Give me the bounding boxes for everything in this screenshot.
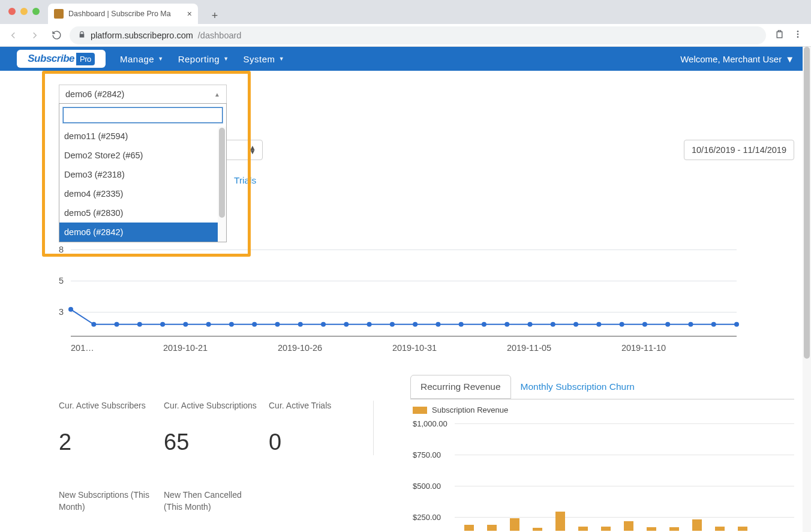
dropdown-option[interactable]: demo5 (#2830) [59,203,226,223]
brand-logo[interactable]: SubscribePro [17,50,106,68]
revenue-bar [738,527,747,531]
svg-point-31 [688,322,693,327]
rev-y-tick: $1,000.00 [413,419,447,428]
svg-point-3 [797,36,799,38]
revenue-bars [464,441,794,531]
browser-window: Dashboard | Subscribe Pro Ma × + platfor… [0,0,811,532]
date-range-picker[interactable]: 10/16/2019 - 11/14/2019 [684,140,794,160]
revenue-tabs: Recurring Revenue Monthly Subscription C… [410,375,644,399]
caret-down-icon: ▼ [279,56,284,62]
environment-dropdown-panel: demo11 (#2594) Demo2 Store2 (#65) Demo3 … [59,103,227,242]
stepper-icon: ▲▼ [249,146,256,154]
revenue-bar [692,519,702,531]
browser-tab[interactable]: Dashboard | Subscribe Pro Ma × [48,4,198,24]
gridline [455,423,794,424]
select-caret-up-icon: ▲ [214,91,220,98]
svg-point-14 [298,322,303,327]
url-path: /dashboard [198,31,242,40]
dropdown-option[interactable]: Demo3 (#2318) [59,165,226,184]
caret-down-icon: ▼ [785,54,794,64]
stats-row: Cur. Active Subscribers 2 Cur. Active Su… [59,401,374,455]
browser-menu-icon[interactable] [793,29,803,41]
svg-point-30 [665,322,670,327]
dropdown-options: demo11 (#2594) Demo2 Store2 (#65) Demo3 … [59,127,226,242]
svg-point-11 [229,322,234,327]
stat-active-subscriptions: Cur. Active Subscriptions 65 [164,401,269,455]
dropdown-search-wrap [59,104,226,127]
revenue-legend: Subscription Revenue [413,405,794,414]
maximize-window-icon[interactable] [32,8,40,15]
user-menu[interactable]: Welcome, Merchant User▼ [680,54,794,64]
svg-point-9 [183,322,188,327]
tab-monthly-churn[interactable]: Monthly Subscription Churn [511,375,644,399]
y-tick-label: 8 [59,245,64,254]
svg-point-32 [711,322,716,327]
stat-active-subscribers: Cur. Active Subscribers 2 [59,401,164,455]
address-bar[interactable]: platform.subscribepro.com/dashboard [70,26,766,44]
revenue-bar [647,527,656,531]
back-button[interactable] [5,27,22,44]
x-axis [71,336,737,336]
svg-point-20 [435,322,440,327]
nav-manage[interactable]: Manage▼ [120,54,164,64]
x-tick-label: 2019-10-21 [163,343,208,353]
reload-button[interactable] [48,27,65,44]
revenue-bar [555,512,565,531]
svg-point-22 [482,322,486,327]
nav-reporting[interactable]: Reporting▼ [178,54,229,64]
new-tab-button[interactable]: + [206,7,223,24]
dropdown-scroll-thumb[interactable] [219,128,225,218]
nav-system[interactable]: System▼ [244,54,284,64]
svg-point-33 [734,322,739,327]
svg-point-4 [68,307,73,312]
rev-y-tick: $750.00 [413,450,441,459]
recurring-revenue-chart: Subscription Revenue $1,000.00 $750.00 $… [410,399,794,531]
browser-tabbar: Dashboard | Subscribe Pro Ma × + [0,0,811,24]
tab-trials[interactable]: Trials [234,175,256,186]
svg-point-5 [91,322,96,327]
x-tick-label: 201… [71,343,94,353]
app-navbar: SubscribePro Manage▼ Reporting▼ System▼ … [0,47,811,71]
environment-select[interactable]: demo6 (#2842) ▲ [59,85,227,104]
url-host: platform.subscribepro.com [91,31,193,40]
svg-point-10 [206,322,211,327]
rev-y-tick: $500.00 [413,482,441,491]
revenue-bar [510,518,519,531]
x-tick-label: 2019-11-10 [621,343,666,353]
svg-point-28 [620,322,624,327]
y-tick-label: 5 [59,276,64,285]
rev-y-tick: $250.00 [413,513,441,522]
browser-right-controls [771,29,806,41]
close-window-icon[interactable] [8,8,16,15]
revenue-bar [715,527,725,531]
dropdown-option[interactable]: Demo2 Store2 (#65) [59,146,226,165]
svg-point-24 [528,322,533,327]
browser-toolbar: platform.subscribepro.com/dashboard [0,24,811,47]
forward-button[interactable] [26,27,43,44]
date-range-value: 10/16/2019 - 11/14/2019 [692,145,786,155]
svg-point-25 [551,322,555,327]
scroll-thumb[interactable] [804,47,810,359]
dropdown-option[interactable]: demo11 (#2594) [59,127,226,146]
svg-point-7 [137,322,142,327]
page-scrollbar[interactable] [803,47,811,532]
tab-recurring-revenue[interactable]: Recurring Revenue [410,375,511,399]
svg-point-29 [642,322,647,327]
extensions-icon[interactable] [774,29,785,41]
window-controls [8,8,40,15]
revenue-bar [578,527,588,531]
svg-point-19 [413,322,417,327]
dropdown-search-input[interactable] [63,107,223,123]
svg-point-13 [275,322,280,327]
minimize-window-icon[interactable] [20,8,28,15]
svg-rect-0 [777,32,782,38]
dropdown-scrollbar[interactable] [218,127,226,242]
revenue-bar [533,528,542,531]
dropdown-option-selected[interactable]: demo6 (#2842) [59,223,226,242]
legend-label: Subscription Revenue [432,405,508,414]
svg-point-1 [797,31,799,32]
tab-close-icon[interactable]: × [187,9,192,19]
svg-point-17 [367,322,372,327]
dropdown-option[interactable]: demo4 (#2335) [59,184,226,203]
revenue-bar [601,527,611,531]
